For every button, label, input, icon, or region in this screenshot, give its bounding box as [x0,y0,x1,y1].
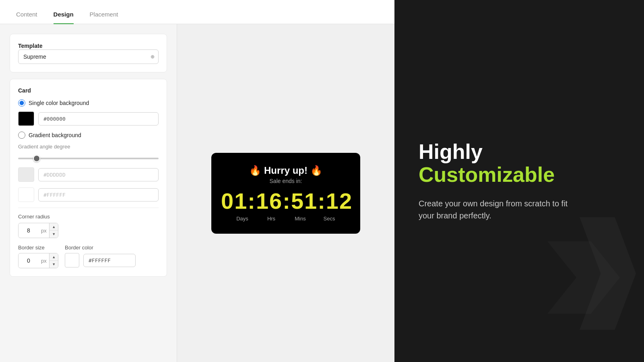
gradient-color1-swatch[interactable] [18,167,34,182]
single-color-picker-row [18,111,159,126]
countdown-label-secs: Secs [315,216,344,222]
border-size-label: Border size [18,245,58,251]
border-size-steppers: ▲ ▼ [49,253,58,268]
corner-radius-up[interactable]: ▲ [50,223,58,230]
corner-radius-label: Corner radius [18,214,159,220]
corner-radius-input[interactable] [19,224,39,237]
border-color-label: Border color [65,245,136,251]
border-size-input[interactable] [19,254,39,267]
border-color-input[interactable] [83,254,136,267]
template-section: Template Supreme Classic Minimal ⊕ [10,34,167,72]
gradient-angle-container: Gradient angle degree [18,144,159,161]
single-color-label: Single color background [29,100,89,106]
section-divider [18,208,159,208]
right-panel: Highly Customizable Create your own desi… [394,0,644,362]
gradient-color2-input[interactable] [38,188,159,202]
border-size-down[interactable]: ▼ [50,261,58,268]
corner-radius-down[interactable]: ▼ [50,230,58,238]
corner-radius-input-wrapper: px ▲ ▼ [18,223,58,238]
promo-description: Create your own design from scratch to f… [419,197,580,222]
corner-radius-unit: px [39,228,49,234]
gradient-color2-row [18,187,159,202]
gradient-color1-input[interactable] [38,168,159,181]
deco-arrow-1 [547,241,620,314]
border-size-up[interactable]: ▲ [50,253,58,261]
countdown-timer: 01:16:51:12 [221,190,351,212]
border-row: Border size px ▲ ▼ Border color [18,245,159,268]
single-color-swatch[interactable] [18,111,34,126]
border-size-unit: px [39,258,49,264]
template-select[interactable]: Supreme Classic Minimal [18,49,159,64]
border-color-group: Border color [65,245,136,268]
card-section: Card Single color background Gradient ba… [10,79,167,277]
gradient-angle-slider[interactable] [18,158,159,159]
gradient-radio[interactable] [18,132,25,139]
corner-radius-row: px ▲ ▼ [18,223,159,238]
svg-marker-1 [580,217,636,330]
gradient-radio-row[interactable]: Gradient background [18,132,159,139]
gradient-color2-swatch[interactable] [18,187,34,202]
gradient-color1-row [18,167,159,182]
tab-content[interactable]: Content [16,5,37,24]
card-section-title: Card [18,87,159,94]
corner-radius-steppers: ▲ ▼ [49,223,58,238]
countdown-label-mins: Mins [286,216,315,222]
countdown-label-days: Days [228,216,257,222]
promo-title-line1: Highly [419,140,483,163]
countdown-subtitle: Sale ends in: [221,178,351,184]
template-select-wrapper: Supreme Classic Minimal ⊕ [18,49,159,64]
tab-placement[interactable]: Placement [90,5,118,24]
tab-bar: Content Design Placement [0,0,394,24]
single-color-radio[interactable] [18,99,25,107]
template-label: Template [18,43,42,49]
single-color-radio-row[interactable]: Single color background [18,99,159,107]
countdown-card: 🔥 Hurry up! 🔥 Sale ends in: 01:16:51:12 … [211,153,360,234]
single-color-hex-input[interactable] [38,112,159,125]
gradient-label: Gradient background [29,132,81,138]
countdown-title: 🔥 Hurry up! 🔥 [221,165,351,176]
countdown-labels: Days Hrs Mins Secs [221,216,351,222]
border-size-input-wrapper: px ▲ ▼ [18,253,58,268]
promo-title-line2: Customizable [419,163,620,186]
deco-arrow-2 [568,217,644,330]
promo-title: Highly Customizable [419,140,620,186]
gradient-angle-label: Gradient angle degree [18,144,159,150]
svg-marker-0 [547,241,620,314]
tab-design[interactable]: Design [54,5,74,24]
border-color-row [65,253,136,267]
border-color-swatch[interactable] [65,253,79,267]
settings-panel: Template Supreme Classic Minimal ⊕ Card … [0,24,177,362]
countdown-label-hrs: Hrs [257,216,286,222]
border-size-group: Border size px ▲ ▼ [18,245,58,268]
preview-area: 🔥 Hurry up! 🔥 Sale ends in: 01:16:51:12 … [177,24,394,362]
